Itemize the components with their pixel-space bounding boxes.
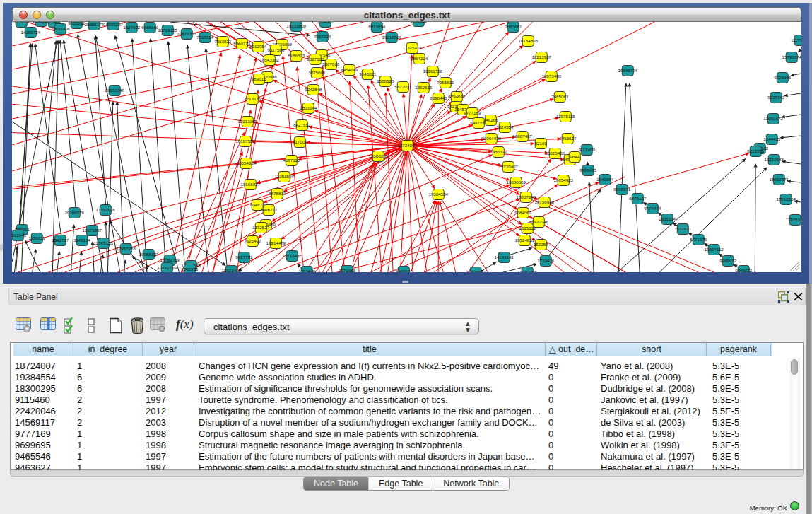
svg-text:10807487: 10807487 — [512, 134, 532, 139]
svg-text:10671355: 10671355 — [177, 31, 196, 36]
svg-text:10973493: 10973493 — [541, 74, 561, 78]
svg-text:6966160: 6966160 — [141, 25, 159, 30]
svg-text:252254: 252254 — [534, 242, 548, 247]
svg-text:16914479: 16914479 — [266, 240, 286, 245]
svg-text:10958107: 10958107 — [139, 252, 158, 257]
svg-text:3911940: 3911940 — [12, 233, 27, 238]
svg-text:8938971: 8938971 — [613, 187, 631, 192]
svg-text:8471676: 8471676 — [690, 237, 707, 242]
svg-text:9777169: 9777169 — [464, 110, 481, 115]
svg-text:1362615: 1362615 — [415, 85, 433, 90]
svg-text:15720407: 15720407 — [498, 164, 518, 169]
svg-text:19218506: 19218506 — [382, 35, 401, 40]
svg-text:10655287: 10655287 — [103, 22, 123, 27]
svg-text:10923455: 10923455 — [221, 268, 241, 272]
svg-text:16782759: 16782759 — [160, 257, 180, 262]
svg-text:10107552: 10107552 — [235, 139, 255, 144]
svg-text:9084067: 9084067 — [514, 210, 532, 215]
svg-text:16033809: 16033809 — [286, 23, 306, 28]
svg-text:12093872: 12093872 — [763, 116, 783, 121]
svg-text:3624554: 3624554 — [496, 124, 514, 129]
svg-text:15692971: 15692971 — [769, 177, 789, 182]
svg-text:9146821: 9146821 — [359, 71, 377, 76]
svg-text:10975867: 10975867 — [82, 228, 102, 233]
svg-text:10719155: 10719155 — [158, 28, 177, 33]
svg-text:11353594: 11353594 — [275, 174, 295, 179]
svg-text:18724007: 18724007 — [397, 143, 417, 148]
svg-text:12975115: 12975115 — [556, 114, 576, 119]
svg-text:1092365: 1092365 — [181, 267, 199, 271]
svg-text:1971068: 1971068 — [339, 268, 356, 272]
svg-text:1864224: 1864224 — [411, 56, 428, 61]
svg-text:1172537: 1172537 — [252, 225, 269, 230]
svg-text:9329966: 9329966 — [774, 75, 792, 80]
svg-text:7986322: 7986322 — [490, 149, 507, 154]
svg-text:1588520: 1588520 — [377, 78, 394, 83]
svg-text:18300295: 18300295 — [368, 153, 388, 158]
svg-text:7632621: 7632621 — [674, 226, 692, 231]
svg-text:10025453: 10025453 — [545, 151, 565, 156]
svg-text:9844: 9844 — [570, 154, 579, 159]
svg-text:6794028: 6794028 — [448, 94, 466, 99]
svg-text:417004: 417004 — [293, 139, 307, 144]
svg-text:10688609: 10688609 — [506, 180, 526, 185]
svg-text:9245652: 9245652 — [719, 258, 737, 263]
svg-text:15751074: 15751074 — [782, 54, 801, 59]
svg-text:19756928: 19756928 — [534, 199, 554, 204]
svg-text:1615112: 1615112 — [519, 226, 536, 230]
svg-text:4267110: 4267110 — [283, 158, 300, 163]
svg-text:15716485: 15716485 — [282, 253, 302, 258]
svg-text:9245012: 9245012 — [735, 268, 753, 272]
svg-text:18807249: 18807249 — [516, 194, 536, 199]
svg-text:17016504: 17016504 — [776, 197, 796, 201]
svg-text:8215955: 8215955 — [747, 148, 765, 153]
svg-text:9327508: 9327508 — [307, 57, 324, 62]
svg-text:20364436: 20364436 — [481, 136, 501, 141]
svg-text:989015: 989015 — [252, 76, 266, 81]
svg-text:11173201: 11173201 — [791, 37, 801, 42]
svg-text:1145194: 1145194 — [73, 238, 90, 243]
svg-text:7663822: 7663822 — [214, 39, 232, 44]
svg-text:20055173: 20055173 — [84, 22, 104, 27]
svg-text:11675331: 11675331 — [786, 217, 801, 222]
svg-text:62160: 62160 — [535, 141, 548, 146]
svg-text:20053346: 20053346 — [105, 88, 124, 93]
svg-text:8990112: 8990112 — [410, 22, 427, 23]
svg-text:12213967: 12213967 — [531, 54, 551, 59]
svg-text:2803144: 2803144 — [300, 105, 317, 110]
svg-text:12213369: 12213369 — [237, 119, 257, 124]
svg-text:16648794: 16648794 — [618, 68, 637, 73]
svg-text:9474444: 9474444 — [644, 206, 661, 211]
svg-text:1733426: 1733426 — [537, 258, 555, 263]
svg-text:2718176: 2718176 — [244, 96, 261, 101]
svg-text:8186323: 8186323 — [288, 53, 305, 58]
svg-text:3875685: 3875685 — [308, 70, 326, 75]
svg-text:10210643: 10210643 — [764, 157, 784, 162]
svg-text:7515524: 7515524 — [196, 35, 214, 40]
svg-text:17359926: 17359926 — [95, 207, 115, 212]
svg-text:7625402: 7625402 — [244, 238, 261, 243]
svg-text:17957253: 17957253 — [116, 246, 136, 251]
svg-text:746266: 746266 — [483, 117, 498, 122]
svg-text:8427552: 8427552 — [293, 122, 311, 127]
svg-text:6879197: 6879197 — [629, 196, 647, 201]
svg-text:8960123: 8960123 — [233, 41, 251, 46]
svg-text:10782759: 10782759 — [157, 265, 177, 270]
svg-text:1244415: 1244415 — [763, 136, 781, 141]
svg-text:9327506: 9327506 — [267, 47, 285, 52]
svg-text:16543382: 16543382 — [259, 57, 279, 62]
svg-text:11325419: 11325419 — [403, 45, 423, 50]
svg-text:1527602: 1527602 — [123, 25, 141, 30]
svg-text:20206576: 20206576 — [64, 210, 84, 215]
svg-text:12505135: 12505135 — [93, 240, 113, 245]
svg-text:9463627: 9463627 — [559, 136, 577, 141]
svg-text:1380022: 1380022 — [395, 269, 413, 272]
svg-text:19524851: 19524851 — [514, 238, 534, 243]
svg-text:7485063: 7485063 — [551, 94, 569, 99]
svg-text:5822037: 5822037 — [394, 84, 412, 89]
svg-text:14055724: 14055724 — [20, 30, 40, 35]
svg-text:8813054: 8813054 — [368, 24, 386, 29]
svg-text:10654112: 10654112 — [705, 247, 724, 252]
svg-text:19384554: 19384554 — [428, 192, 448, 197]
svg-text:14136141: 14136141 — [494, 255, 514, 259]
